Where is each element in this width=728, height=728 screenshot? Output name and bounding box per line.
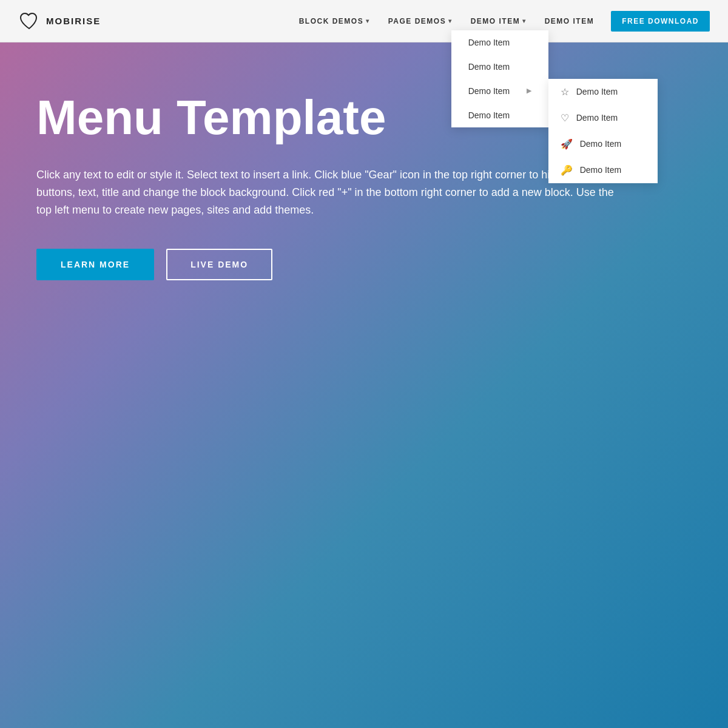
chevron-down-icon: ▾ bbox=[522, 18, 527, 24]
heart-icon: ♡ bbox=[561, 112, 569, 124]
nav-link-demo-item[interactable]: DEMO ITEM ▾ bbox=[463, 12, 534, 30]
hero-description: Click any text to edit or style it. Sele… bbox=[36, 166, 619, 218]
submenu-item-1[interactable]: ☆ Demo Item bbox=[548, 79, 658, 105]
brand: MOBIRISE bbox=[18, 10, 101, 32]
dropdown-item-1[interactable]: Demo Item bbox=[451, 30, 548, 55]
submenu: ☆ Demo Item ♡ Demo Item 🚀 Demo Item � bbox=[548, 79, 658, 183]
key-icon: 🔑 bbox=[561, 164, 573, 176]
dropdown-item-3[interactable]: Demo Item ▶ bbox=[451, 79, 548, 103]
dropdown-item-sub-container: Demo Item ▶ ☆ Demo Item ♡ Demo Item bbox=[451, 79, 548, 103]
chevron-right-icon: ▶ bbox=[527, 87, 531, 95]
dropdown-item-2[interactable]: Demo Item bbox=[451, 55, 548, 79]
free-download-button[interactable]: FREE DOWNLOAD bbox=[611, 11, 710, 32]
nav-item-block-demos: BLOCK DEMOS ▾ bbox=[292, 12, 377, 30]
navbar-nav: BLOCK DEMOS ▾ PAGE DEMOS ▾ DEMO ITEM ▾ D… bbox=[292, 11, 710, 32]
nav-link-page-demos[interactable]: PAGE DEMOS ▾ bbox=[381, 12, 460, 30]
nav-item-demo-item: DEMO ITEM ▾ Demo Item Demo Item Demo Ite… bbox=[463, 12, 534, 30]
brand-name: MOBIRISE bbox=[46, 16, 101, 26]
hero-title: Menu Template bbox=[36, 91, 461, 144]
nav-link-demo-item-plain[interactable]: DEMO ITEM bbox=[538, 12, 602, 30]
nav-link-block-demos[interactable]: BLOCK DEMOS ▾ bbox=[292, 12, 377, 30]
learn-more-button[interactable]: LEARN MORE bbox=[36, 249, 154, 280]
rocket-icon: 🚀 bbox=[561, 138, 573, 150]
navbar: MOBIRISE BLOCK DEMOS ▾ PAGE DEMOS ▾ DEMO… bbox=[0, 0, 728, 42]
chevron-down-icon: ▾ bbox=[366, 18, 370, 24]
dropdown-item-4[interactable]: Demo Item bbox=[451, 103, 548, 127]
live-demo-button[interactable]: LIVE DEMO bbox=[166, 249, 272, 280]
hero-buttons: LEARN MORE LIVE DEMO bbox=[36, 249, 692, 280]
dropdown-menu: Demo Item Demo Item Demo Item ▶ ☆ De bbox=[451, 30, 548, 127]
submenu-item-2[interactable]: ♡ Demo Item bbox=[548, 105, 658, 131]
nav-item-page-demos: PAGE DEMOS ▾ bbox=[381, 12, 460, 30]
submenu-item-3[interactable]: 🚀 Demo Item bbox=[548, 131, 658, 157]
submenu-item-4[interactable]: 🔑 Demo Item bbox=[548, 157, 658, 183]
nav-item-demo-item-plain: DEMO ITEM bbox=[538, 12, 602, 30]
star-icon: ☆ bbox=[561, 86, 569, 98]
chevron-down-icon: ▾ bbox=[448, 18, 453, 24]
heart-logo-icon bbox=[18, 10, 40, 32]
